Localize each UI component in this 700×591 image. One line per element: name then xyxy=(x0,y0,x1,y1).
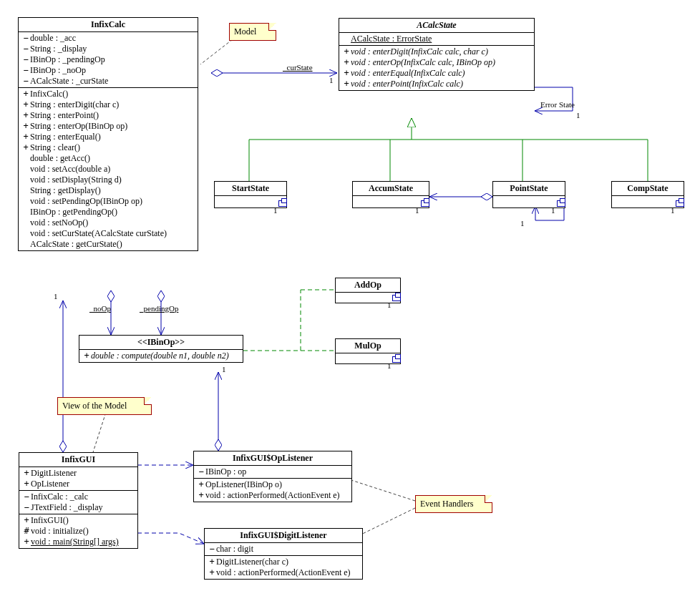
member-row: +void : actionPerformed(ActionEvent e) xyxy=(197,490,349,501)
member-row: +DigitListener xyxy=(22,468,135,479)
attr-section: −IBinOp : op xyxy=(194,466,351,479)
attr-section: −char : digit xyxy=(205,543,362,556)
class-PointState: PointState xyxy=(492,181,565,208)
member-row: +String : enterPoint() xyxy=(21,110,195,121)
class-title: InfixCalc xyxy=(19,18,198,32)
nested-section: +DigitListener+OpListener xyxy=(19,467,137,491)
class-MulOp: MulOp xyxy=(335,338,401,364)
op-section: +double : compute(double n1, double n2) xyxy=(79,350,243,362)
class-title: StartState xyxy=(215,182,286,196)
class-title: InfixGUI xyxy=(19,453,137,467)
member-row: void : setNoOp() xyxy=(21,218,195,228)
interface-IBinOp: <<IBinOp>> +double : compute(double n1, … xyxy=(79,335,243,363)
op-section: +OpListener(IBinOp o)+void : actionPerfo… xyxy=(194,479,351,502)
member-row: −JTextField : _display xyxy=(22,502,135,513)
mult-one: 1 xyxy=(54,292,58,301)
note-view: View of the Model xyxy=(57,397,152,415)
member-row: +void : enterOp(InfixCalc calc, IBinOp o… xyxy=(342,57,531,68)
component-icon xyxy=(392,295,401,301)
member-row: +String : enterEqual() xyxy=(21,132,195,142)
member-row: void : setCurState(ACalcState curState) xyxy=(21,228,195,239)
mult-one: 1 xyxy=(520,219,525,228)
member-row: −double : _acc xyxy=(21,33,195,44)
member-row: −char : digit xyxy=(208,544,359,555)
component-icon xyxy=(392,356,401,363)
member-row: ACalcState : getCurState() xyxy=(21,239,195,250)
member-row: +InfixCalc() xyxy=(21,89,195,99)
note-model: Model xyxy=(229,23,276,41)
mult-one: 1 xyxy=(222,365,226,373)
member-row: +void : enterDigit(InfixCalc calc, char … xyxy=(342,47,531,57)
op-section: +void : enterDigit(InfixCalc calc, char … xyxy=(339,46,534,90)
class-ACalcState: ACalcState ACalcState : ErrorState +void… xyxy=(339,18,535,91)
member-row: +OpListener(IBinOp o) xyxy=(197,479,349,490)
member-row: −IBinOp : op xyxy=(197,467,349,477)
member-row: −ACalcState : _curState xyxy=(21,76,195,87)
class-CompState: CompState xyxy=(611,181,684,208)
mult-one: 1 xyxy=(551,206,555,215)
op-section: +InfixCalc()+String : enterDigit(char c)… xyxy=(19,88,198,250)
member-row: double : getAcc() xyxy=(21,153,195,164)
attr-section: −double : _acc−String : _display−IBinOp … xyxy=(19,32,198,88)
class-AddOp: AddOp xyxy=(335,278,401,303)
class-StartState: StartState xyxy=(214,181,287,208)
class-OpListener: InfixGUI$OpListener −IBinOp : op +OpList… xyxy=(193,451,352,502)
class-title: MulOp xyxy=(336,339,400,353)
member-row: −IBinOp : _noOp xyxy=(21,65,195,76)
member-row: +DigitListener(char c) xyxy=(208,557,359,567)
mult-one: 1 xyxy=(273,206,278,215)
member-row: +void : enterEqual(InfixCalc calc) xyxy=(342,68,531,79)
label-errorState: Error State xyxy=(540,100,575,109)
class-title: InfixGUI$OpListener xyxy=(194,451,351,466)
class-title: AddOp xyxy=(336,278,400,293)
member-row: −InfixCalc : _calc xyxy=(22,492,135,502)
member-row: +String : enterDigit(char c) xyxy=(21,99,195,110)
note-text: Model xyxy=(234,26,256,36)
class-title: ACalcState xyxy=(339,19,534,33)
mult-one: 1 xyxy=(671,206,675,215)
member-row: +double : compute(double n1, double n2) xyxy=(82,351,240,361)
component-icon xyxy=(278,200,287,207)
op-section: +DigitListener(char c)+void : actionPerf… xyxy=(205,556,362,579)
class-title: InfixGUI$DigitListener xyxy=(205,529,362,543)
note-text: View of the Model xyxy=(62,401,127,411)
mult-one: 1 xyxy=(329,76,334,84)
class-AccumState: AccumState xyxy=(352,181,429,208)
member-row: +OpListener xyxy=(22,479,135,489)
note-text: Event Handlers xyxy=(420,499,473,509)
label-pendingOp: _pendingOp xyxy=(140,304,178,313)
svg-line-15 xyxy=(200,39,233,64)
attr-section: −InfixCalc : _calc−JTextField : _display xyxy=(19,491,137,514)
mult-one: 1 xyxy=(387,301,392,309)
member-row: +InfixGUI() xyxy=(22,515,135,526)
mult-one: 1 xyxy=(415,206,419,215)
member-row: −IBinOp : _pendingOp xyxy=(21,54,195,65)
component-icon xyxy=(421,200,429,207)
member-row: void : setAcc(double a) xyxy=(21,164,195,175)
class-title: AccumState xyxy=(353,182,429,196)
class-title: CompState xyxy=(612,182,684,196)
attr-section: ACalcState : ErrorState xyxy=(339,33,534,46)
member-row: ACalcState : ErrorState xyxy=(342,34,531,44)
member-row: +String : enterOp(IBinOp op) xyxy=(21,121,195,132)
member-row: +String : clear() xyxy=(21,142,195,153)
mult-one: 1 xyxy=(387,361,392,370)
class-InfixGUI: InfixGUI +DigitListener+OpListener −Infi… xyxy=(19,452,138,549)
op-section: +InfixGUI()#void : initialize()+void : m… xyxy=(19,514,137,548)
member-row: void : setDisplay(String d) xyxy=(21,175,195,185)
label-curState: _curState xyxy=(283,63,313,72)
member-row: +void : actionPerformed(ActionEvent e) xyxy=(208,567,359,578)
label-noOp: _noOp xyxy=(89,304,111,313)
component-icon xyxy=(557,200,565,207)
note-handlers: Event Handlers xyxy=(415,495,492,513)
member-row: +void : main(String[] args) xyxy=(22,537,135,547)
member-row: void : setPendingOp(IBinOp op) xyxy=(21,196,195,207)
member-row: #void : initialize() xyxy=(22,526,135,537)
class-title: PointState xyxy=(493,182,565,196)
member-row: IBinOp : getPendingOp() xyxy=(21,207,195,218)
mult-one: 1 xyxy=(576,111,580,119)
class-DigitListener: InfixGUI$DigitListener −char : digit +Di… xyxy=(204,528,363,580)
uml-diagram: Model View of the Model Event Handlers I… xyxy=(0,0,700,591)
class-InfixCalc: InfixCalc −double : _acc−String : _displ… xyxy=(18,17,198,251)
member-row: +void : enterPoint(InfixCalc calc) xyxy=(342,79,531,89)
